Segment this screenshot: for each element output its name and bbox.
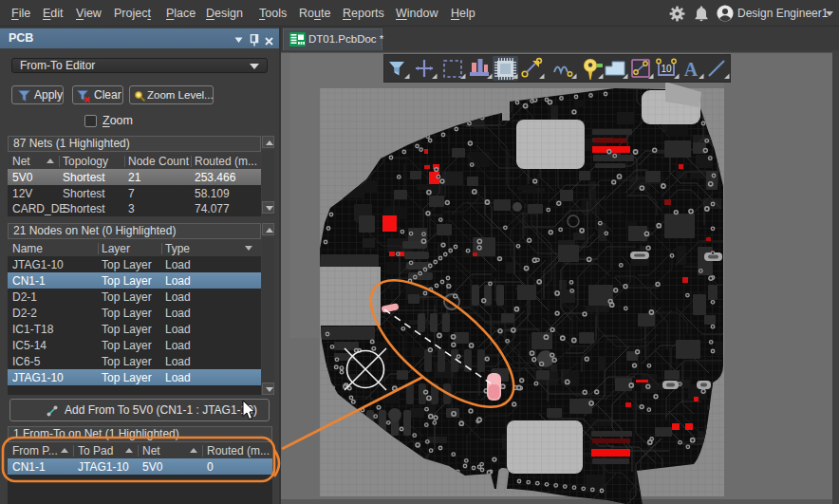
- svg-text:10: 10: [661, 64, 672, 74]
- svg-text:A: A: [684, 59, 699, 80]
